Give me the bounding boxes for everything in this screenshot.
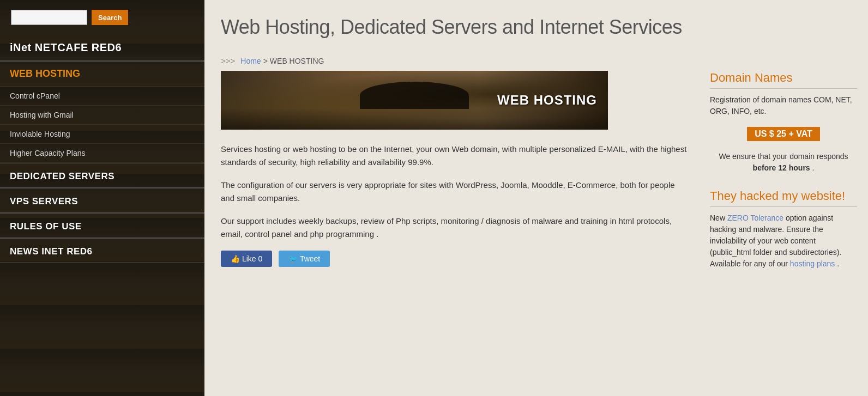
guarantee-end: .: [812, 163, 815, 172]
content-main: WEB HOSTING Services hosting or web host…: [204, 71, 704, 286]
paragraph-3: Our support includes weekly backups, rev…: [221, 215, 688, 241]
sidebar: Search iNet NETCAFE RED6 WEB HOSTING Con…: [0, 0, 204, 396]
search-area: Search: [0, 0, 204, 35]
page-title: Web Hosting, Dedicated Servers and Inter…: [221, 15, 852, 39]
hacked-section: They hacked my website! New ZERO Toleran…: [710, 189, 857, 270]
facebook-like-button[interactable]: 👍 Like 0: [221, 251, 272, 267]
paragraph-2: The configuration of our servers is very…: [221, 179, 688, 205]
sidebar-item-rules-of-use[interactable]: Rules of Use: [0, 214, 204, 238]
banner-text: WEB HOSTING: [497, 93, 597, 108]
sidebar-item-hosting-gmail[interactable]: Hosting with Gmail: [0, 106, 204, 125]
content-area: WEB HOSTING Services hosting or web host…: [204, 71, 868, 286]
zero-tolerance-link[interactable]: ZERO Tolerance: [727, 214, 783, 222]
sidebar-item-vps-servers[interactable]: VPS SERVERS: [0, 188, 204, 213]
search-button[interactable]: Search: [92, 10, 128, 25]
breadcrumb-arrows: >>>: [221, 56, 235, 65]
guarantee-text: We ensure that your domain responds befo…: [710, 151, 857, 174]
hacked-title: They hacked my website!: [710, 189, 857, 203]
banner-island: [360, 82, 469, 109]
domain-names-title: Domain Names: [710, 71, 857, 85]
breadcrumb-home[interactable]: Home: [240, 57, 261, 65]
breadcrumb-separator: >: [263, 57, 268, 65]
breadcrumb: >>> Home > WEB HOSTING: [204, 50, 868, 71]
hacked-end: .: [837, 259, 839, 268]
social-buttons: 👍 Like 0 🐦 Tweet: [221, 251, 688, 267]
domain-description: Registration of domain names COM, NET, O…: [710, 94, 857, 117]
hosting-banner: WEB HOSTING: [221, 71, 608, 130]
content-paragraphs: Services hosting or web hosting to be on…: [221, 143, 688, 241]
guarantee-intro: We ensure that your domain responds: [719, 152, 848, 161]
hacked-intro: New: [710, 214, 725, 222]
sidebar-item-news-inet[interactable]: News Inet Red6: [0, 239, 204, 263]
paragraph-1: Services hosting or web hosting to be on…: [221, 143, 688, 169]
right-sidebar: Domain Names Registration of domain name…: [704, 71, 868, 286]
sidebar-item-dedicated-servers[interactable]: DEDICATED SERVERS: [0, 163, 204, 188]
sidebar-item-control-cpanel[interactable]: Control cPanel: [0, 87, 204, 106]
main-content: Web Hosting, Dedicated Servers and Inter…: [204, 0, 868, 396]
price-container: US $ 25 + VAT: [710, 123, 857, 145]
hosting-plans-link[interactable]: hosting plans: [790, 259, 835, 268]
banner-waves: [221, 108, 608, 130]
site-title: iNet NETCAFE RED6: [0, 35, 204, 61]
sidebar-item-web-hosting[interactable]: WEB HOSTING: [0, 62, 204, 87]
price-badge: US $ 25 + VAT: [747, 127, 820, 141]
main-header: Web Hosting, Dedicated Servers and Inter…: [204, 0, 868, 50]
hacked-text: New ZERO Tolerance option against hackin…: [710, 212, 857, 270]
domain-divider: [710, 88, 857, 89]
twitter-tweet-button[interactable]: 🐦 Tweet: [279, 251, 330, 267]
sidebar-item-higher-capacity[interactable]: Higher Capacity Plans: [0, 144, 204, 163]
breadcrumb-current: WEB HOSTING: [270, 57, 324, 65]
search-input[interactable]: [11, 10, 87, 25]
hacked-divider: [710, 206, 857, 207]
sidebar-item-inviolable-hosting[interactable]: Inviolable Hosting: [0, 125, 204, 144]
domain-names-section: Domain Names Registration of domain name…: [710, 71, 857, 174]
guarantee-bold: before 12 hours: [753, 163, 810, 172]
